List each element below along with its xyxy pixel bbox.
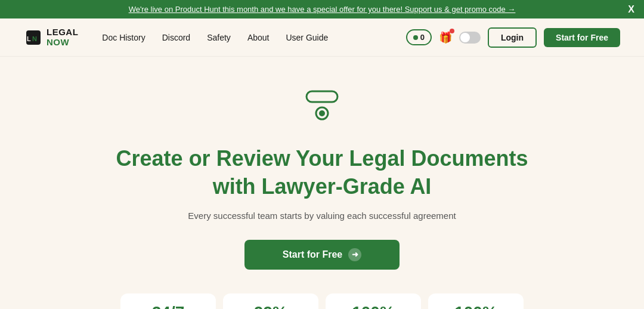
- promo-banner: We're live on Product Hunt this month an…: [0, 0, 644, 18]
- logo[interactable]: L N LEGAL NOW: [24, 27, 78, 47]
- nav-link-user-guide[interactable]: User Guide: [286, 33, 328, 42]
- stats-bar: 24/7 99% 100% 100%: [0, 293, 644, 309]
- nav-link-about[interactable]: About: [247, 33, 270, 42]
- hero-cta-button[interactable]: Start for Free ➜: [244, 240, 400, 270]
- hero-subtitle: Every successful team starts by valuing …: [188, 211, 456, 221]
- hero-title: Create or Review Your Legal Documents wi…: [116, 145, 528, 201]
- logo-text-now: NOW: [47, 38, 78, 48]
- navbar: L N LEGAL NOW Doc History Discord Safety…: [0, 18, 644, 57]
- stat-value-0: 24/7: [144, 303, 192, 309]
- logo-icon: L N: [24, 28, 43, 47]
- counter-badge: 0: [406, 29, 432, 45]
- gift-notification-badge: [450, 29, 454, 33]
- nav-start-button[interactable]: Start for Free: [544, 28, 620, 47]
- theme-toggle[interactable]: [459, 32, 481, 44]
- stat-card-0: 24/7: [120, 293, 216, 309]
- banner-close-button[interactable]: X: [628, 4, 634, 15]
- gift-icon: 🎁: [439, 32, 452, 44]
- toggle-thumb: [460, 33, 470, 42]
- stat-value-3: 100%: [452, 303, 500, 309]
- nav-right: 0 🎁 Login Start for Free: [406, 27, 620, 48]
- svg-point-5: [319, 110, 325, 116]
- counter-dot: [413, 35, 418, 40]
- svg-rect-3: [306, 91, 338, 102]
- gift-icon-wrap[interactable]: 🎁: [439, 31, 452, 44]
- stat-card-3: 100%: [428, 293, 524, 309]
- nav-link-discord[interactable]: Discord: [162, 33, 190, 42]
- counter-value: 0: [420, 33, 425, 42]
- stat-card-1: 99%: [223, 293, 318, 309]
- hero-section: Create or Review Your Legal Documents wi…: [0, 57, 644, 270]
- hero-cta-arrow-icon: ➜: [348, 248, 361, 261]
- hero-title-line1: Create or Review Your Legal Documents: [116, 146, 528, 171]
- stat-value-2: 100%: [349, 303, 397, 309]
- svg-text:N: N: [32, 35, 37, 42]
- nav-links: Doc History Discord Safety About User Gu…: [102, 33, 405, 42]
- hero-cta-label: Start for Free: [283, 249, 342, 260]
- logo-text-legal: LEGAL: [47, 27, 78, 38]
- stat-card-2: 100%: [326, 293, 421, 309]
- nav-link-safety[interactable]: Safety: [207, 33, 231, 42]
- toggle-wrap[interactable]: [459, 32, 481, 44]
- banner-link[interactable]: We're live on Product Hunt this month an…: [129, 5, 516, 14]
- login-button[interactable]: Login: [488, 27, 537, 48]
- hero-icon: [298, 81, 346, 131]
- hero-title-line2: with Lawyer-Grade AI: [213, 174, 432, 199]
- svg-text:L: L: [27, 35, 31, 42]
- nav-link-doc-history[interactable]: Doc History: [102, 33, 145, 42]
- hero-svg: [298, 81, 346, 128]
- stat-value-1: 99%: [247, 303, 295, 309]
